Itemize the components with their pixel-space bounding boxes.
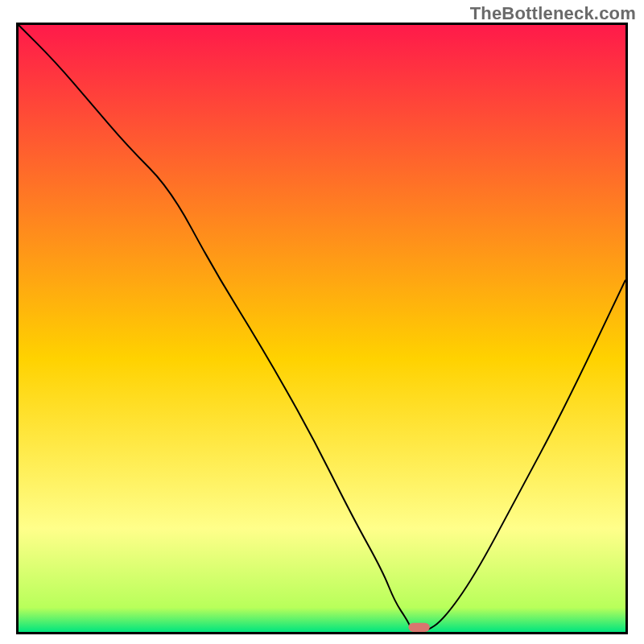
watermark-text: TheBottleneck.com bbox=[470, 3, 636, 24]
chart-stage: TheBottleneck.com bbox=[0, 0, 644, 644]
heat-background bbox=[19, 25, 625, 632]
plot-area bbox=[16, 23, 628, 634]
chart-svg bbox=[19, 25, 625, 632]
optimal-marker bbox=[408, 623, 429, 632]
